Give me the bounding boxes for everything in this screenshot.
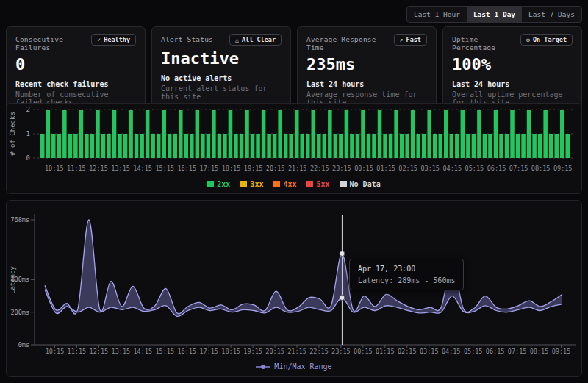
stat-value: 235ms [306, 57, 427, 73]
x-tick-label: 05:15 [465, 165, 484, 172]
time-range-selector: Last 1 Hour Last 1 Day Last 7 Days [406, 6, 582, 23]
check-bar [267, 134, 271, 158]
x-tick-label: 15:15 [155, 165, 174, 172]
stat-subtitle: Last 24 hours [452, 80, 573, 88]
stat-subtitle: No active alerts [161, 74, 282, 82]
x-tick-label: 21:15 [287, 348, 306, 355]
active-dot-min [340, 296, 345, 301]
check-bar [273, 134, 277, 158]
legend-swatch-icon [273, 181, 280, 187]
y-tick-label: 1 [26, 130, 30, 137]
x-tick-label: 05:15 [464, 348, 483, 355]
check-bar [251, 134, 255, 158]
stat-description: Current alert status for this site [161, 85, 282, 101]
x-tick-label: 16:15 [178, 165, 197, 172]
legend-label: No Data [350, 180, 381, 188]
status-badge-fast: ↗ Fast [394, 34, 427, 46]
x-tick-label: 06:15 [487, 165, 506, 172]
y-tick-label: 2 [26, 106, 30, 113]
y-axis-title: Latency [9, 265, 16, 294]
legend-item-no-data: No Data [340, 180, 381, 188]
check-bar [483, 134, 487, 158]
bell-icon: △ [235, 37, 239, 43]
check-bar [328, 110, 332, 158]
check-bar [461, 110, 465, 158]
x-tick-label: 08:15 [531, 165, 551, 172]
check-bar [157, 134, 161, 158]
check-bar [472, 134, 476, 158]
minmax-range-icon [256, 363, 270, 371]
check-bar [372, 134, 376, 158]
target-icon: ◎ [526, 37, 530, 43]
check-bar [62, 110, 67, 158]
check-bar [300, 134, 304, 158]
x-tick-label: 13:15 [112, 348, 131, 355]
check-bar [532, 134, 537, 158]
check-bar [339, 134, 343, 158]
check-bar [383, 134, 387, 158]
latency-line-chart[interactable]: 0ms200ms400ms768msLatency10:1511:1512:15… [7, 201, 581, 358]
check-bar [510, 110, 514, 158]
time-range-last-1-hour[interactable]: Last 1 Hour [407, 7, 467, 22]
check-bar [527, 110, 531, 158]
stat-title: Uptime Percentage [452, 34, 520, 51]
check-bar [427, 110, 431, 158]
legend-item-2xx: 2xx [207, 180, 230, 188]
check-bar [135, 134, 139, 158]
check-bar [466, 134, 470, 158]
check-bar [212, 110, 216, 158]
check-bar [190, 134, 194, 158]
x-tick-label: 01:15 [376, 348, 395, 355]
check-bar [184, 134, 189, 158]
x-tick-label: 02:15 [398, 348, 417, 355]
check-bar [40, 134, 45, 158]
x-tick-label: 04:15 [442, 348, 461, 355]
time-range-last-1-day[interactable]: Last 1 Day [467, 7, 522, 22]
legend-label: 4xx [283, 180, 296, 188]
check-bar [90, 134, 95, 158]
x-tick-label: 18:15 [221, 348, 240, 355]
x-tick-label: 19:15 [243, 348, 262, 355]
check-bar [455, 134, 459, 158]
status-badge-on-target: ◎ On Target [520, 34, 573, 46]
checks-bar-chart[interactable]: 012# of Checks10:1511:1512:1513:1514:151… [7, 104, 581, 176]
check-bar [107, 134, 111, 158]
status-code-legend: 2xx3xx4xx5xxNo Data [7, 180, 581, 188]
legend-swatch-icon [306, 181, 313, 187]
check-bar [477, 110, 481, 158]
check-bar [295, 110, 299, 158]
check-bar [68, 134, 73, 158]
stat-card-consecutive-failures: Consecutive Failures ✓ Healthy 0 Recent … [6, 26, 146, 114]
x-tick-label: 17:15 [199, 348, 218, 355]
latency-legend-label: Min/Max Range [274, 362, 331, 371]
check-bar [439, 134, 443, 158]
check-bar [284, 134, 288, 158]
check-bar [79, 110, 84, 158]
stat-value: 0 [15, 57, 136, 73]
badge-label: All Clear [242, 36, 276, 43]
time-range-last-7-days[interactable]: Last 7 Days [522, 7, 581, 22]
check-bar [46, 110, 51, 158]
check-bar [151, 134, 155, 158]
check-bar [350, 134, 354, 158]
check-bar [306, 134, 310, 158]
legend-item-3xx: 3xx [240, 180, 263, 188]
legend-swatch-icon [340, 181, 347, 187]
x-tick-label: 07:15 [509, 165, 528, 172]
check-bar [256, 134, 260, 158]
x-tick-label: 18:15 [222, 165, 241, 172]
check-bar [196, 110, 200, 158]
x-tick-label: 19:15 [244, 165, 263, 172]
check-bar [262, 110, 266, 158]
legend-swatch-icon [207, 181, 214, 187]
check-bar [240, 134, 244, 158]
check-bar [201, 134, 205, 158]
check-bar [207, 134, 211, 158]
check-bar [112, 110, 117, 158]
check-bar [179, 110, 183, 158]
x-tick-label: 03:15 [420, 348, 439, 355]
check-bar [96, 110, 100, 158]
check-bar [488, 134, 492, 158]
check-bar [173, 134, 178, 158]
y-tick-label: 0 [26, 154, 30, 162]
